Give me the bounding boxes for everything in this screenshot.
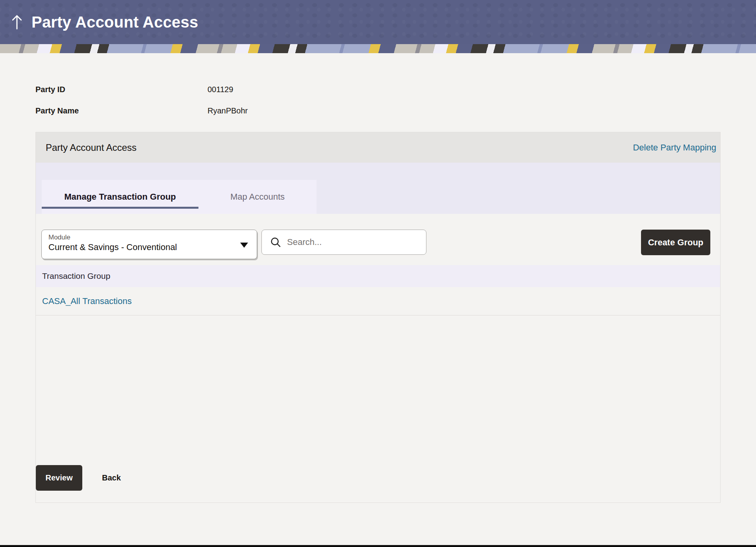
party-id-label: Party ID [35, 85, 208, 94]
page: Party Account Access Party ID 001129 Par… [0, 0, 756, 547]
delete-party-mapping-link[interactable]: Delete Party Mapping [633, 143, 716, 153]
transaction-group-table-header: Transaction Group [36, 265, 720, 287]
module-dropdown-label: Module [48, 234, 250, 241]
create-group-button[interactable]: Create Group [641, 230, 710, 255]
party-id-value: 001129 [208, 85, 233, 94]
tab-region: Manage Transaction Group Map Accounts [36, 163, 720, 214]
party-id-row: Party ID 001129 [35, 84, 756, 95]
party-name-row: Party Name RyanPBohr [35, 105, 756, 116]
bottom-edge-bar [0, 545, 756, 547]
party-name-value: RyanPBohr [208, 106, 248, 115]
filter-row: Module Current & Savings - Conventional … [41, 230, 710, 259]
panel-body: Module Current & Savings - Conventional … [36, 214, 720, 502]
app-header: Party Account Access [0, 0, 756, 44]
table-row[interactable]: CASA_All Transactions [36, 287, 720, 315]
party-name-label: Party Name [35, 106, 208, 115]
search-box [261, 230, 426, 255]
back-button[interactable]: Back [102, 473, 121, 482]
tab-strip: Manage Transaction Group Map Accounts [42, 180, 317, 214]
party-account-access-panel: Party Account Access Delete Party Mappin… [35, 132, 721, 503]
search-input[interactable] [287, 237, 421, 247]
module-dropdown-value: Current & Savings - Conventional [48, 241, 250, 253]
decorative-banner-strip [0, 44, 756, 53]
transaction-group-link[interactable]: CASA_All Transactions [42, 296, 132, 306]
panel-title: Party Account Access [46, 142, 137, 153]
main-content: Party ID 001129 Party Name RyanPBohr Par… [0, 53, 756, 545]
page-title: Party Account Access [32, 13, 198, 31]
up-arrow-glyph [11, 14, 23, 30]
review-button[interactable]: Review [36, 465, 82, 491]
module-dropdown[interactable]: Module Current & Savings - Conventional [41, 230, 257, 259]
caret-down-icon [240, 243, 248, 248]
tab-map-accounts[interactable]: Map Accounts [198, 180, 317, 214]
tab-manage-transaction-group[interactable]: Manage Transaction Group [42, 180, 198, 214]
magnifier-icon [270, 236, 282, 248]
party-info: Party ID 001129 Party Name RyanPBohr [35, 84, 756, 116]
actions-row: Review Back [36, 465, 720, 502]
up-arrow-icon[interactable] [8, 13, 26, 31]
panel-header: Party Account Access Delete Party Mappin… [36, 132, 720, 163]
transaction-group-column-header: Transaction Group [42, 271, 110, 281]
